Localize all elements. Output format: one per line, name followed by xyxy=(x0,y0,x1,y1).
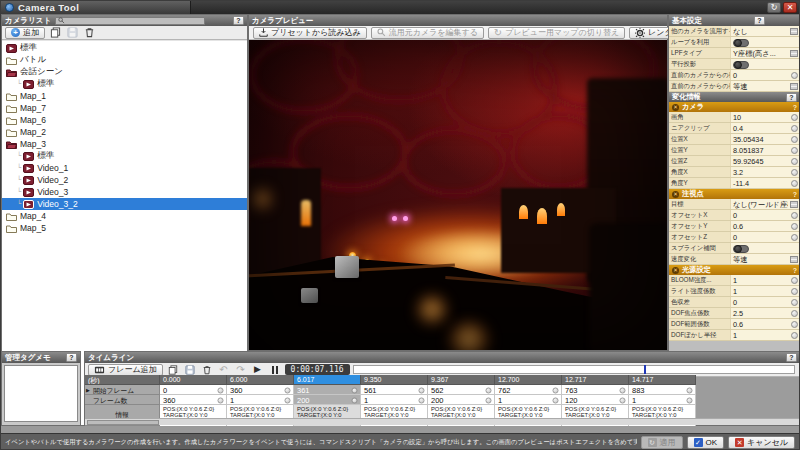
interp-time-value[interactable]: 0 xyxy=(731,70,788,80)
spinner-icon[interactable] xyxy=(620,397,626,403)
spinner-icon[interactable] xyxy=(285,397,291,403)
dof-focus-value[interactable]: 2.5 xyxy=(731,308,788,318)
tree-item-folder[interactable]: Map_2 xyxy=(2,126,247,138)
tree-item-camera[interactable]: └標準 xyxy=(2,150,247,162)
target-value[interactable]: なし(ワールド座標) xyxy=(731,199,788,209)
ortho-toggle[interactable] xyxy=(733,61,749,69)
tree-item-folder[interactable]: Map_5 xyxy=(2,222,247,234)
redo-button[interactable]: ↷ xyxy=(234,364,248,376)
help-button[interactable]: ? xyxy=(66,353,77,362)
tree-item-folder[interactable]: Map_6 xyxy=(2,114,247,126)
spinner-icon[interactable] xyxy=(788,145,800,155)
spinner-icon[interactable] xyxy=(788,275,800,285)
tree-item-folder[interactable]: Map_7 xyxy=(2,102,247,114)
spinner-icon[interactable] xyxy=(788,167,800,177)
duplicate-frame-button[interactable] xyxy=(166,364,180,376)
pos-z-value[interactable]: 59.92645 xyxy=(731,156,788,166)
spinner-icon[interactable] xyxy=(788,123,800,133)
keyframe-time[interactable]: 12.717 xyxy=(562,375,629,385)
dof-range-value[interactable]: 0.6 xyxy=(731,319,788,329)
spinner-icon[interactable] xyxy=(553,387,559,393)
load-preset-button[interactable]: プリセットから読み込み xyxy=(253,27,367,39)
ok-button[interactable]: ✓ OK xyxy=(687,436,725,449)
preview-viewport[interactable] xyxy=(249,40,667,350)
keyframe-time[interactable]: 6.017 xyxy=(294,375,361,385)
interp-method-value[interactable]: 等速 xyxy=(731,81,788,91)
help-button[interactable]: ? xyxy=(786,353,797,362)
spinner-icon[interactable] xyxy=(788,134,800,144)
spinner-icon[interactable] xyxy=(788,319,800,329)
frame-count-cell[interactable]: 120 xyxy=(562,395,629,405)
offset-x-value[interactable]: 0 xyxy=(731,210,788,220)
start-frame-cell[interactable]: 561 xyxy=(361,385,428,395)
spinner-icon[interactable] xyxy=(788,70,800,80)
close-button[interactable]: ✕ xyxy=(783,2,797,13)
timeline-scrubber[interactable] xyxy=(353,365,795,374)
scrollbar-thumb[interactable] xyxy=(87,420,159,425)
loop-toggle[interactable] xyxy=(733,39,749,47)
keyframe-time[interactable]: 9.367 xyxy=(428,375,495,385)
row-marker-icon[interactable]: ▶ xyxy=(86,387,90,393)
help-button[interactable]: ? xyxy=(786,93,797,102)
tree-item-folder-open[interactable]: 会話シーン xyxy=(2,66,247,78)
spinner-icon[interactable] xyxy=(285,387,291,393)
frame-count-cell[interactable]: 1 xyxy=(361,395,428,405)
pause-button[interactable] xyxy=(268,364,282,376)
tree-item-camera[interactable]: └標準 xyxy=(2,78,247,90)
add-camera-button[interactable]: + 追加 xyxy=(5,27,45,39)
apply-button[interactable]: ↻ 適用 xyxy=(641,436,683,449)
dof-blur-value[interactable]: 1 xyxy=(731,330,788,340)
spinner-icon[interactable] xyxy=(486,387,492,393)
duplicate-button[interactable] xyxy=(48,27,62,39)
start-frame-cell[interactable]: 762 xyxy=(495,385,562,395)
save-frame-button[interactable] xyxy=(183,364,197,376)
select-list-icon[interactable] xyxy=(788,26,800,36)
reuse-camera-value[interactable]: なし xyxy=(731,26,788,36)
select-list-icon[interactable] xyxy=(788,254,800,264)
spinner-icon[interactable] xyxy=(687,397,693,403)
spinner-icon[interactable] xyxy=(352,387,358,393)
select-list-icon[interactable] xyxy=(788,48,800,58)
start-frame-cell[interactable]: 360 xyxy=(227,385,294,395)
pos-x-value[interactable]: 35.05434 xyxy=(731,134,788,144)
spinner-icon[interactable] xyxy=(788,178,800,188)
angle-y-value[interactable]: -11.4 xyxy=(731,178,788,188)
collapse-icon[interactable]: ✕ xyxy=(672,267,679,274)
start-frame-cell[interactable]: 883 xyxy=(629,385,696,395)
tree-item-camera[interactable]: └Video_1 xyxy=(2,162,247,174)
spinner-icon[interactable] xyxy=(788,210,800,220)
spinner-icon[interactable] xyxy=(788,330,800,340)
speed-change-value[interactable]: 等速 xyxy=(731,254,788,264)
tree-item-folder[interactable]: バトル xyxy=(2,54,247,66)
keyframe-time[interactable]: 12.700 xyxy=(495,375,562,385)
spinner-icon[interactable] xyxy=(788,112,800,122)
start-frame-cell[interactable]: 562 xyxy=(428,385,495,395)
tree-item-camera[interactable]: └Video_2 xyxy=(2,174,247,186)
tree-item-folder[interactable]: Map_1 xyxy=(2,90,247,102)
spinner-icon[interactable] xyxy=(788,232,800,242)
select-list-icon[interactable] xyxy=(788,199,800,209)
switch-preview-map-button[interactable]: ↻ プレビュー用マップの切り替え xyxy=(488,27,625,39)
spinner-icon[interactable] xyxy=(788,221,800,231)
spinner-icon[interactable] xyxy=(419,397,425,403)
timeline-hscrollbar[interactable] xyxy=(85,418,800,425)
camera-search-input[interactable] xyxy=(55,17,205,25)
keyframe-time[interactable]: 0.000 xyxy=(160,375,227,385)
playhead[interactable] xyxy=(644,365,646,374)
collapse-icon[interactable]: ✕ xyxy=(672,104,679,111)
spinner-icon[interactable] xyxy=(620,387,626,393)
delete-frame-button[interactable] xyxy=(200,364,214,376)
start-frame-cell[interactable]: 361 xyxy=(294,385,361,395)
offset-z-value[interactable]: 0 xyxy=(731,232,788,242)
spinner-icon[interactable] xyxy=(788,286,800,296)
offset-y-value[interactable]: 0.6 xyxy=(731,221,788,231)
collapse-icon[interactable]: ✕ xyxy=(672,191,679,198)
play-button[interactable]: ▶ xyxy=(251,364,265,376)
frame-count-cell[interactable]: 360 xyxy=(160,395,227,405)
frame-count-cell[interactable]: 1 xyxy=(495,395,562,405)
spinner-icon[interactable] xyxy=(218,387,224,393)
fov-value[interactable]: 10 xyxy=(731,112,788,122)
keyframe-time[interactable]: 9.350 xyxy=(361,375,428,385)
spline-toggle[interactable] xyxy=(733,245,749,253)
refresh-window-button[interactable]: ↻ xyxy=(767,2,781,13)
